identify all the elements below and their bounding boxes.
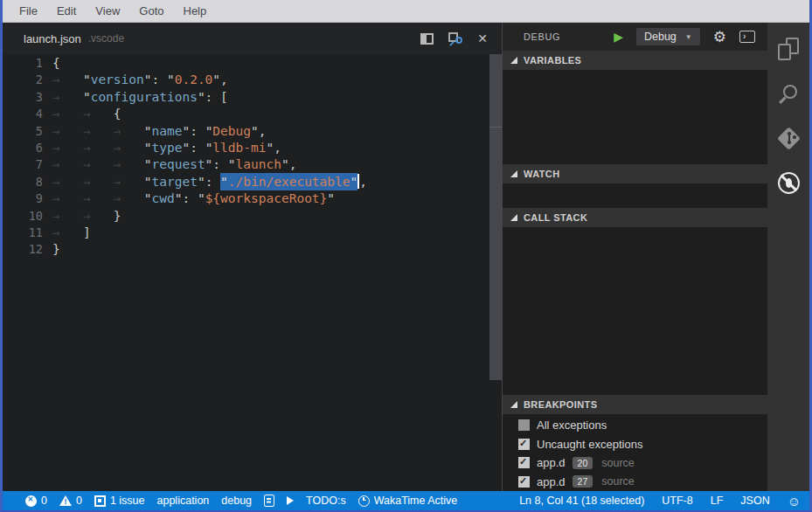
- code-line[interactable]: 9→ → → "cwd": "${workspaceRoot}": [3, 190, 502, 207]
- line-number: 6: [3, 140, 43, 156]
- menu-view[interactable]: View: [86, 4, 129, 17]
- breakpoint-row[interactable]: All exceptions: [503, 416, 767, 435]
- line-number: 4: [3, 106, 43, 122]
- vscode-window: FileEditViewGotoHelp launch.json .vscode…: [0, 0, 812, 512]
- section-variables[interactable]: VARIABLES: [503, 51, 767, 70]
- checkbox-unchecked[interactable]: [518, 419, 530, 431]
- code-line[interactable]: 7→ → → "request": "launch",: [3, 156, 502, 173]
- code-line[interactable]: 1{: [3, 55, 502, 72]
- tab-folder-hint: .vscode: [88, 32, 124, 45]
- line-number: 10: [3, 208, 43, 225]
- run-icon[interactable]: [287, 496, 294, 505]
- line-content: → → → "request": "launch",: [43, 156, 296, 173]
- error-count[interactable]: 0: [25, 495, 47, 507]
- line-number: 8: [3, 174, 43, 190]
- checkbox-checked[interactable]: [518, 476, 530, 488]
- preview-icon[interactable]: [448, 32, 462, 45]
- section-breakpoints[interactable]: BREAKPOINTS: [503, 395, 767, 414]
- menu-file[interactable]: File: [10, 4, 47, 17]
- clock-icon: [358, 495, 370, 507]
- warning-count[interactable]: 0: [59, 495, 82, 507]
- editor-body[interactable]: 1{2→ "version": "0.2.0",3→ "configuratio…: [3, 54, 502, 491]
- debug-status[interactable]: debug: [221, 495, 252, 507]
- checkbox-checked[interactable]: [518, 457, 530, 468]
- debug-toolbar: DEBUG ▶ Debug ▼ ⚙ ›: [503, 23, 767, 51]
- twistie-icon: [510, 401, 517, 408]
- issues-icon: [94, 495, 106, 507]
- breakpoint-row[interactable]: Uncaught exceptions: [503, 435, 767, 454]
- code-area[interactable]: 1{2→ "version": "0.2.0",3→ "configuratio…: [3, 54, 502, 259]
- status-right: Ln 8, Col 41 (18 selected) UTF-8 LF JSON…: [519, 495, 801, 508]
- tab-title[interactable]: launch.json: [24, 32, 81, 45]
- line-content: → "version": "0.2.0",: [43, 72, 228, 88]
- wakatime-label: WakaTime Active: [374, 495, 458, 507]
- debug-icon[interactable]: [777, 171, 800, 194]
- variables-content[interactable]: [503, 70, 767, 164]
- breakpoint-row[interactable]: app.d27source: [503, 473, 767, 492]
- scrollbar-thumb[interactable]: [489, 54, 502, 380]
- issues-status[interactable]: 1 issue: [94, 495, 145, 507]
- gear-icon[interactable]: ⚙: [713, 30, 726, 45]
- feedback-smiley-icon[interactable]: ☺: [788, 495, 801, 508]
- split-editor-icon[interactable]: [420, 33, 434, 45]
- breakpoint-label: app.d: [537, 475, 566, 488]
- menu-help[interactable]: Help: [174, 4, 217, 17]
- code-line[interactable]: 3→ "configurations": [: [3, 89, 502, 106]
- line-content: → ]: [43, 225, 91, 241]
- breakpoint-row[interactable]: app.d20source: [503, 453, 767, 473]
- line-number: 3: [3, 89, 43, 106]
- code-line[interactable]: 10→ → }: [3, 208, 502, 225]
- menu-edit[interactable]: Edit: [47, 4, 86, 17]
- application-status[interactable]: application: [157, 495, 210, 507]
- twistie-icon: [510, 214, 517, 221]
- explorer-icon[interactable]: [777, 38, 800, 60]
- wakatime-status[interactable]: WakaTime Active: [358, 495, 458, 507]
- debug-console-icon[interactable]: ›: [739, 31, 755, 43]
- activity-bar: [767, 23, 809, 491]
- section-watch[interactable]: WATCH: [503, 164, 767, 183]
- encoding-indicator[interactable]: UTF-8: [662, 495, 692, 507]
- search-icon[interactable]: [777, 82, 800, 105]
- menu-goto[interactable]: Goto: [129, 4, 173, 17]
- section-call-stack-label: CALL STACK: [524, 212, 587, 223]
- watch-content[interactable]: [503, 183, 767, 208]
- language-mode[interactable]: JSON: [740, 495, 769, 507]
- start-debug-icon[interactable]: ▶: [614, 31, 623, 43]
- code-line[interactable]: 4→ → {: [3, 106, 502, 122]
- main-area: launch.json .vscode ✕ 1{2→ "version": "0…: [3, 23, 809, 491]
- line-number: 5: [3, 123, 43, 140]
- line-number: 9: [3, 190, 43, 207]
- call-stack-content[interactable]: [503, 227, 767, 395]
- eol-indicator[interactable]: LF: [711, 495, 724, 507]
- editor-scrollbar[interactable]: [489, 54, 502, 491]
- todo-status[interactable]: TODO:s: [306, 495, 346, 507]
- checkbox-checked[interactable]: [518, 439, 530, 450]
- line-content: }: [43, 241, 60, 258]
- section-variables-label: VARIABLES: [524, 55, 581, 66]
- issues-label: 1 issue: [110, 495, 145, 507]
- line-number: 2: [3, 72, 43, 88]
- git-icon[interactable]: [777, 127, 800, 149]
- line-number: 7: [3, 156, 43, 173]
- section-breakpoints-label: BREAKPOINTS: [524, 399, 597, 410]
- code-line[interactable]: 8→ → → "target": "./bin/executable",: [3, 174, 502, 190]
- section-call-stack[interactable]: CALL STACK: [503, 208, 767, 227]
- cursor-position[interactable]: Ln 8, Col 41 (18 selected): [519, 495, 644, 507]
- line-number-badge: 27: [573, 475, 593, 488]
- error-icon: [25, 495, 37, 507]
- status-bar: 0 0 1 issue application debug TODO:s Wak…: [3, 491, 809, 510]
- close-icon[interactable]: ✕: [477, 32, 488, 45]
- twistie-icon: [510, 170, 517, 177]
- code-line[interactable]: 5→ → → "name": "Debug",: [3, 123, 502, 140]
- code-line[interactable]: 12}: [3, 241, 502, 258]
- debug-sidebar: DEBUG ▶ Debug ▼ ⚙ › VARIABLES WATCH: [502, 23, 767, 491]
- line-content: → → → "name": "Debug",: [43, 123, 266, 140]
- debug-config-dropdown[interactable]: Debug ▼: [636, 28, 700, 45]
- breakpoint-label: app.d: [537, 456, 566, 469]
- code-line[interactable]: 2→ "version": "0.2.0",: [3, 72, 502, 88]
- notebook-icon[interactable]: [264, 495, 274, 507]
- line-content: → "configurations": [: [43, 89, 228, 106]
- line-number: 11: [3, 225, 43, 241]
- code-line[interactable]: 6→ → → "type": "lldb-mi",: [3, 140, 502, 156]
- code-line[interactable]: 11→ ]: [3, 225, 502, 241]
